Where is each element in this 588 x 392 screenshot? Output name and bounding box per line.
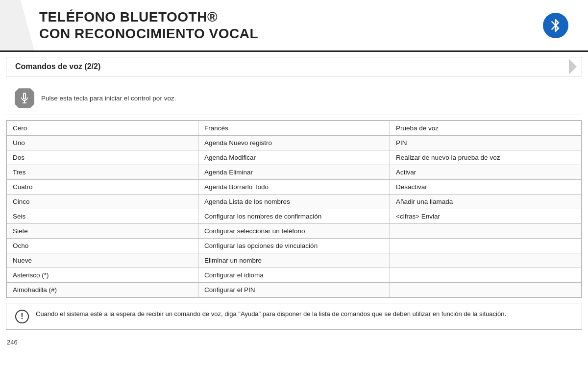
table-cell: Dos [7, 150, 198, 165]
table-cell: Cuatro [7, 180, 198, 195]
table-cell: Almohadilla (#) [7, 283, 198, 297]
table-row: SieteConfigurar seleccionar un teléfono [7, 224, 582, 239]
table-cell: Desactivar [390, 180, 582, 195]
table-cell: Agenda Borrarlo Todo [198, 180, 390, 195]
table-cell [390, 253, 582, 268]
table-cell: Realizar de nuevo la prueba de voz [390, 150, 582, 165]
table-cell: Uno [7, 136, 198, 150]
table-cell: Configurar seleccionar un teléfono [198, 224, 390, 239]
table-row: Asterisco (*)Configurar el idioma [7, 268, 582, 283]
table-cell: Configurar el idioma [198, 268, 390, 283]
page-number: 246 [0, 335, 588, 350]
table-cell: Configurar los nombres de confirmación [198, 209, 390, 224]
table-row: CeroFrancésPrueba de voz [7, 121, 582, 136]
note-text: Cuando el sistema esté a la espera de re… [36, 309, 506, 319]
table-cell: Seis [7, 209, 198, 224]
table-cell: Cero [7, 121, 198, 136]
table-row: CuatroAgenda Borrarlo TodoDesactivar [7, 180, 582, 195]
table-cell: Francés [198, 121, 390, 136]
table-cell [390, 268, 582, 283]
table-cell: <cifras> Enviar [390, 209, 582, 224]
table-cell: Agenda Eliminar [198, 165, 390, 180]
header-accent [0, 0, 34, 50]
table-cell: Agenda Lista de los nombres [198, 195, 390, 209]
table-cell: Nueve [7, 253, 198, 268]
page-title: TELÉFONO BLUETOOTH® CON RECONOCIMIENTO V… [39, 9, 258, 42]
table-cell: Configurar las opciones de vinculación [198, 239, 390, 253]
table-row: SeisConfigurar los nombres de confirmaci… [7, 209, 582, 224]
table-row: TresAgenda EliminarActivar [7, 165, 582, 180]
table-row: OchoConfigurar las opciones de vinculaci… [7, 239, 582, 253]
commands-table: CeroFrancésPrueba de vozUnoAgenda Nuevo … [6, 120, 582, 298]
table-cell: PIN [390, 136, 582, 150]
table-cell: Siete [7, 224, 198, 239]
table-cell: Agenda Modificar [198, 150, 390, 165]
hint-box: Pulse esta tecla para iniciar el control… [6, 81, 582, 115]
table-cell: Eliminar un nombre [198, 253, 390, 268]
table-cell [390, 239, 582, 253]
table-cell [390, 283, 582, 297]
hint-text: Pulse esta tecla para iniciar el control… [41, 95, 176, 102]
table-cell: Configurar el PIN [198, 283, 390, 297]
table-row: UnoAgenda Nuevo registroPIN [7, 136, 582, 150]
table-cell: Cinco [7, 195, 198, 209]
table-cell: Ocho [7, 239, 198, 253]
bluetooth-icon [543, 13, 568, 38]
voice-key-icon [15, 88, 34, 108]
note-box: ! Cuando el sistema esté a la espera de … [6, 303, 582, 330]
section-title: Comandos de voz (2/2) [15, 62, 100, 71]
table-cell: Añadir una llamada [390, 195, 582, 209]
table-cell [390, 224, 582, 239]
table-row: CincoAgenda Lista de los nombresAñadir u… [7, 195, 582, 209]
table-row: NueveEliminar un nombre [7, 253, 582, 268]
section-bar: Comandos de voz (2/2) [6, 57, 582, 76]
table-cell: Tres [7, 165, 198, 180]
table-row: Almohadilla (#)Configurar el PIN [7, 283, 582, 297]
table-cell: Activar [390, 165, 582, 180]
table-cell: Prueba de voz [390, 121, 582, 136]
table-cell: Agenda Nuevo registro [198, 136, 390, 150]
note-icon: ! [15, 310, 29, 323]
page-header: TELÉFONO BLUETOOTH® CON RECONOCIMIENTO V… [0, 0, 588, 52]
table-row: DosAgenda ModificarRealizar de nuevo la … [7, 150, 582, 165]
table-cell: Asterisco (*) [7, 268, 198, 283]
